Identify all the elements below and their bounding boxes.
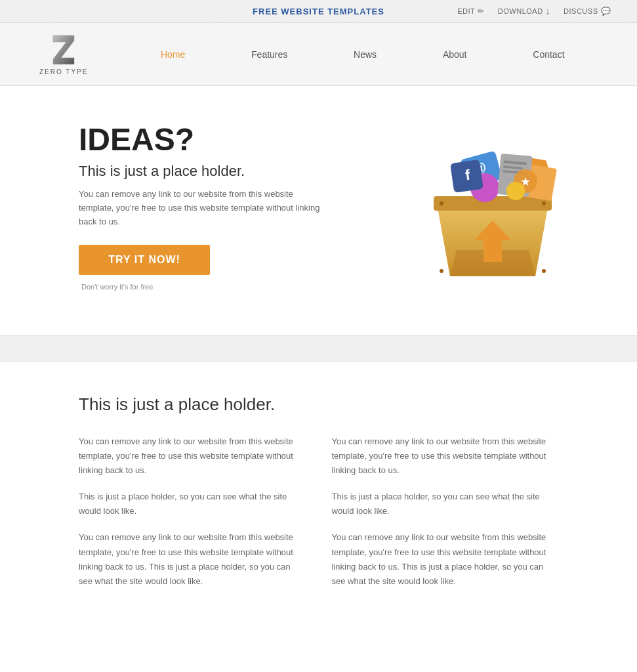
cta-subtext: Don't worry it's for free bbox=[81, 283, 153, 291]
content-section: This is just a place holder. You can rem… bbox=[0, 362, 637, 640]
nav-contact[interactable]: Contact bbox=[520, 46, 577, 63]
basket-illustration: @ ★ f bbox=[414, 119, 571, 296]
svg-point-5 bbox=[542, 201, 546, 205]
edit-label: EDIT bbox=[457, 7, 475, 15]
download-icon bbox=[546, 6, 551, 16]
svg-marker-0 bbox=[53, 35, 74, 64]
logo-name: ZERO TYPE bbox=[39, 68, 89, 75]
top-bar-actions: EDIT DOWNLOAD DISCUSS bbox=[457, 6, 611, 16]
edit-action[interactable]: EDIT bbox=[457, 7, 485, 16]
logo-icon bbox=[50, 33, 77, 67]
svg-point-7 bbox=[542, 269, 546, 273]
hero-section: IDEAS? This is just a place holder. You … bbox=[0, 86, 637, 335]
hero-body: You can remove any link to our website f… bbox=[79, 188, 328, 228]
svg-point-6 bbox=[440, 269, 443, 273]
whitespace-section bbox=[0, 640, 637, 672]
discuss-action[interactable]: DISCUSS bbox=[564, 7, 611, 16]
col2-p1: You can remove any link to our website f… bbox=[332, 434, 559, 478]
main-nav: Home Features News About Contact bbox=[128, 46, 598, 63]
discuss-icon bbox=[601, 7, 611, 16]
nav-home[interactable]: Home bbox=[148, 46, 198, 63]
svg-point-22 bbox=[506, 182, 525, 200]
logo-area: ZERO TYPE bbox=[39, 33, 89, 75]
col2-p2: This is just a place holder, so you can … bbox=[332, 490, 559, 518]
main-wrapper: IDEAS? This is just a place holder. You … bbox=[0, 86, 637, 672]
hero-title: IDEAS? bbox=[79, 123, 328, 158]
discuss-label: DISCUSS bbox=[564, 7, 598, 15]
svg-point-4 bbox=[440, 201, 443, 205]
nav-news[interactable]: News bbox=[340, 46, 390, 63]
separator bbox=[0, 335, 637, 362]
top-bar: FREE WEBSITE TEMPLATES EDIT DOWNLOAD DIS… bbox=[0, 0, 637, 23]
content-columns: You can remove any link to our website f… bbox=[79, 434, 558, 600]
hero-text: IDEAS? This is just a place holder. You … bbox=[79, 123, 328, 291]
col1-p1: You can remove any link to our website f… bbox=[79, 434, 306, 478]
hero-image: @ ★ f bbox=[401, 119, 585, 296]
col1-p2: This is just a place holder, so you can … bbox=[79, 490, 306, 518]
col1-p3: You can remove any link to our website f… bbox=[79, 530, 306, 588]
content-col-1: You can remove any link to our website f… bbox=[79, 434, 306, 600]
header: ZERO TYPE Home Features News About Conta… bbox=[0, 23, 637, 86]
col2-p3: You can remove any link to our website f… bbox=[332, 530, 559, 588]
hero-subtitle: This is just a place holder. bbox=[79, 163, 328, 180]
pencil-icon bbox=[478, 7, 485, 16]
site-title: FREE WEBSITE TEMPLATES bbox=[253, 7, 384, 16]
content-heading: This is just a place holder. bbox=[79, 394, 558, 415]
cta-button[interactable]: TRY IT NOW! bbox=[79, 245, 210, 275]
nav-features[interactable]: Features bbox=[238, 46, 300, 63]
download-action[interactable]: DOWNLOAD bbox=[498, 6, 550, 16]
content-col-2: You can remove any link to our website f… bbox=[332, 434, 559, 600]
nav-about[interactable]: About bbox=[430, 46, 480, 63]
download-label: DOWNLOAD bbox=[498, 7, 543, 15]
